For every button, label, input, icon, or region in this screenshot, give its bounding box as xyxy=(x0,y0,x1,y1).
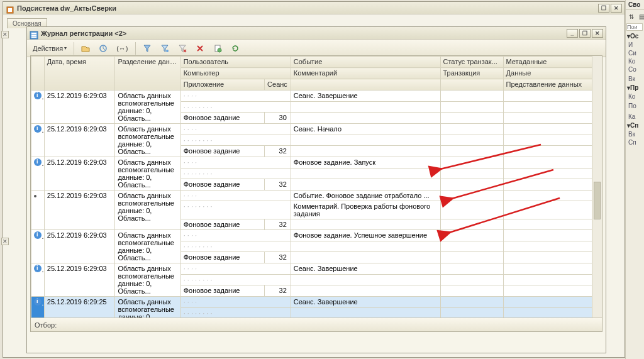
info-icon xyxy=(34,158,42,166)
props-group-header[interactable]: ▾Ос xyxy=(626,31,644,41)
cell-data xyxy=(503,241,601,252)
props-filter-icon[interactable]: ▤ xyxy=(637,11,644,21)
props-item[interactable]: Сп xyxy=(626,138,644,146)
outer-restore-button[interactable]: ❐ xyxy=(598,4,609,13)
table-row[interactable]: 25.12.2019 6:29:03Область данных вспомог… xyxy=(31,124,602,135)
cell-dataview xyxy=(503,252,601,263)
open-icon[interactable] xyxy=(78,41,93,55)
cell-txstatus xyxy=(440,263,503,275)
cell-partition: Область данных вспомогательные данные: 0… xyxy=(115,91,180,124)
cell-txstatus xyxy=(440,91,503,102)
cell-metadata xyxy=(503,230,601,241)
cell-computer: · · · · · · · · xyxy=(180,168,291,179)
col-application[interactable]: Приложение xyxy=(180,79,264,91)
cell-txstatus xyxy=(440,157,503,168)
cell-dataview xyxy=(503,146,601,157)
props-item[interactable]: Ка xyxy=(626,113,644,121)
log-icon xyxy=(30,31,38,40)
log-close-button[interactable]: ✕ xyxy=(592,29,603,38)
cell-dataview xyxy=(503,113,601,124)
export-icon[interactable] xyxy=(210,41,225,55)
filter-brackets-icon[interactable]: (↔) xyxy=(113,41,131,55)
cell-datetime: 25.12.2019 6:29:03 xyxy=(44,191,115,230)
col-dataview[interactable]: Представление данных xyxy=(503,79,601,91)
col-session[interactable]: Сеанс xyxy=(265,79,291,91)
log-grid[interactable]: Дата, время Разделение данных сеанса Пол… xyxy=(31,56,602,318)
svg-rect-3 xyxy=(31,33,36,34)
filter-label: Отбор: xyxy=(35,321,57,329)
cell-partition: Область данных вспомогательные данные: 0… xyxy=(115,191,180,230)
props-group-header[interactable]: ▾Пр xyxy=(626,83,644,92)
scrollbar-thumb[interactable] xyxy=(594,182,601,219)
cell-dataview xyxy=(503,219,601,230)
col-datetime[interactable]: Дата, время xyxy=(44,57,115,91)
props-group-header[interactable]: ▾Сп xyxy=(626,121,644,130)
cell-user: · · · · xyxy=(180,191,291,201)
col-partition[interactable]: Разделение данных сеанса xyxy=(115,57,180,91)
refresh-icon[interactable] xyxy=(228,41,243,55)
cell-session: 32 xyxy=(265,252,291,263)
log-minimize-button[interactable]: _ xyxy=(567,29,578,38)
col-data[interactable]: Данные xyxy=(503,68,601,79)
cell-data xyxy=(503,274,601,285)
table-row[interactable]: 25.12.2019 6:29:03Область данных вспомог… xyxy=(31,230,602,241)
log-restore-button[interactable]: ❐ xyxy=(579,29,591,38)
cell-application: Фоновое задание xyxy=(180,219,264,230)
table-row[interactable]: 25.12.2019 6:29:25Область данных вспомог… xyxy=(31,297,602,308)
table-row[interactable]: 25.12.2019 6:29:03Область данных вспомог… xyxy=(31,91,602,102)
filter-by-value-icon[interactable] xyxy=(157,41,172,55)
cell-datetime: 25.12.2019 6:29:03 xyxy=(44,230,115,263)
col-metadata[interactable]: Метаданные xyxy=(503,57,601,68)
cell-computer: · · · · · · · · xyxy=(180,101,291,113)
info-icon xyxy=(34,265,42,272)
cell-partition: Область данных вспомогательные данные: 0… xyxy=(115,230,180,263)
props-item[interactable]: И xyxy=(626,41,644,49)
cell-empty xyxy=(440,146,503,157)
left-pane-close-2[interactable]: ✕ xyxy=(1,238,9,245)
cell-computer: · · · · · · · · xyxy=(180,241,291,252)
cell-data xyxy=(503,168,601,179)
properties-panel: Сво ⇅ ▤ ▾ОсИСиКоСоВк▾ПрКоПоКа▾СпВкСп xyxy=(625,0,644,359)
table-row[interactable]: 25.12.2019 6:29:03Область данных вспомог… xyxy=(31,191,602,201)
col-computer[interactable]: Компьютер xyxy=(180,68,291,79)
col-txstatus[interactable]: Статус транзак... xyxy=(440,57,503,68)
props-item[interactable]: По xyxy=(626,102,644,110)
vertical-scrollbar[interactable] xyxy=(592,56,602,318)
outer-titlebar: Подсистема dw_АктыСверки ❐ ✕ xyxy=(3,2,625,14)
delete-icon[interactable] xyxy=(192,41,208,55)
props-item[interactable]: Ко xyxy=(626,57,644,65)
cell-comment xyxy=(291,101,440,113)
cell-event: Сеанс. Завершение xyxy=(291,91,440,102)
table-row[interactable]: 25.12.2019 6:29:03Область данных вспомог… xyxy=(31,157,602,168)
col-tx[interactable]: Транзакция xyxy=(440,68,503,79)
props-sort-icon[interactable]: ⇅ xyxy=(627,11,636,21)
cell-event: Фоновое задание. Запуск xyxy=(291,157,440,168)
cell-datetime: 25.12.2019 6:29:03 xyxy=(44,157,115,191)
cell-application: Фоновое задание xyxy=(180,146,264,157)
svg-rect-1 xyxy=(8,8,12,12)
cell-event: Сеанс. Завершение xyxy=(291,263,440,275)
refresh-interval-icon[interactable] xyxy=(96,41,111,55)
log-grid-container: Дата, время Разделение данных сеанса Пол… xyxy=(30,55,602,332)
props-item[interactable]: Вк xyxy=(626,75,644,83)
outer-close-button[interactable]: ✕ xyxy=(611,4,622,13)
cell-session: 30 xyxy=(265,113,291,124)
cell-application: Фоновое задание xyxy=(180,252,264,263)
cell-empty xyxy=(291,113,440,124)
props-item[interactable]: Ко xyxy=(626,92,644,101)
actions-menu-button[interactable]: Действия▾ xyxy=(30,41,70,55)
filter-icon[interactable] xyxy=(140,41,155,55)
cell-computer: · · · · · · · · xyxy=(180,201,291,219)
cell-datetime: 25.12.2019 6:29:03 xyxy=(44,91,115,124)
left-pane-close-1[interactable]: ✕ xyxy=(1,31,9,38)
table-row[interactable]: 25.12.2019 6:29:03Область данных вспомог… xyxy=(31,263,602,275)
col-user[interactable]: Пользователь xyxy=(180,57,291,68)
props-item[interactable]: Си xyxy=(626,49,644,57)
clear-filter-icon[interactable] xyxy=(175,41,190,55)
col-event[interactable]: Событие xyxy=(291,57,440,68)
cell-empty xyxy=(440,113,503,124)
col-comment[interactable]: Комментарий xyxy=(291,68,440,79)
props-search-input[interactable] xyxy=(626,23,643,31)
props-item[interactable]: Со xyxy=(626,65,644,74)
props-item[interactable]: Вк xyxy=(626,130,644,138)
